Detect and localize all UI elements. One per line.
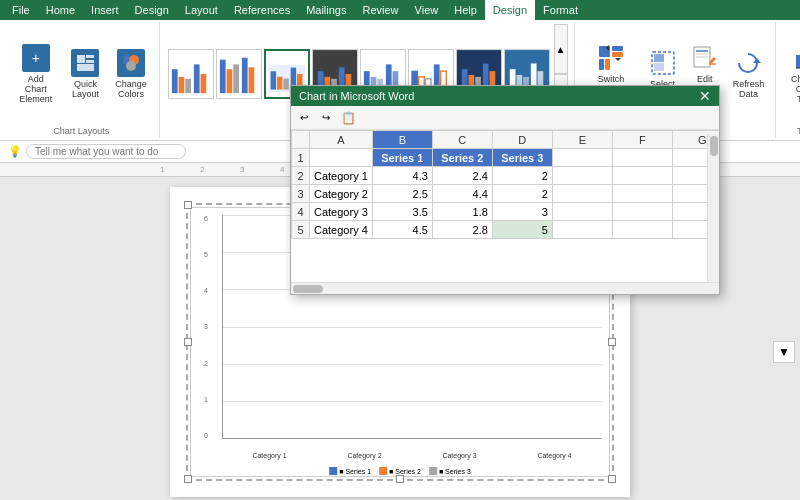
change-colors-icon (117, 49, 145, 77)
spreadsheet-grid: A B C D E F G H I 1 Series 1 Series 2 (291, 130, 719, 239)
tab-mailings[interactable]: Mailings (298, 0, 354, 20)
horizontal-scrollbar[interactable] (291, 282, 719, 294)
cell-e5[interactable] (552, 221, 612, 239)
chart-style-1[interactable] (168, 49, 214, 99)
svg-rect-8 (178, 77, 184, 93)
tab-review[interactable]: Review (355, 0, 407, 20)
cell-c5[interactable]: 2.8 (432, 221, 492, 239)
cell-c3[interactable]: 4.4 (432, 185, 492, 203)
filter-area: ▼ (773, 341, 795, 363)
tab-file[interactable]: File (4, 0, 38, 20)
column-headers-row: A B C D E F G H I (292, 131, 720, 149)
quick-layout-icon (71, 49, 99, 77)
change-colors-label: ChangeColors (115, 79, 147, 99)
svg-rect-20 (283, 79, 288, 90)
col-header-f[interactable]: F (612, 131, 672, 149)
redo-button[interactable]: ↪ (317, 109, 335, 127)
cell-e4[interactable] (552, 203, 612, 221)
cell-d5[interactable]: 5 (492, 221, 552, 239)
lightbulb-icon: 💡 (8, 145, 22, 158)
refresh-data-label: RefreshData (733, 79, 765, 99)
svg-rect-1 (86, 55, 94, 58)
tab-insert[interactable]: Insert (83, 0, 127, 20)
group-type: ChangeChart Type Type (778, 22, 800, 138)
col-header-c[interactable]: C (432, 131, 492, 149)
ruler-mark-2: 2 (200, 165, 204, 174)
cell-f5[interactable] (612, 221, 672, 239)
tab-references[interactable]: References (226, 0, 298, 20)
change-chart-type-button[interactable]: ChangeChart Type (784, 39, 800, 109)
cell-a2[interactable]: Category 1 (310, 167, 373, 185)
cell-c4[interactable]: 1.8 (432, 203, 492, 221)
cell-d4[interactable]: 3 (492, 203, 552, 221)
cell-b1[interactable]: Series 1 (372, 149, 432, 167)
tell-me-input[interactable] (26, 144, 186, 159)
popup-toolbar: ↩ ↪ 📋 (291, 106, 719, 130)
cell-a5[interactable]: Category 4 (310, 221, 373, 239)
v-scroll-thumb[interactable] (710, 136, 718, 156)
chart-styles-scroll-up[interactable]: ▲ (554, 24, 568, 74)
cell-b3[interactable]: 2.5 (372, 185, 432, 203)
spreadsheet-popup: Chart in Microsoft Word ✕ ↩ ↪ 📋 A B C D … (290, 85, 720, 295)
cell-a4[interactable]: Category 3 (310, 203, 373, 221)
tab-view[interactable]: View (407, 0, 447, 20)
undo-button[interactable]: ↩ (295, 109, 313, 127)
h-scroll-thumb[interactable] (293, 285, 323, 293)
cell-a3[interactable]: Category 2 (310, 185, 373, 203)
cell-d1[interactable]: Series 3 (492, 149, 552, 167)
col-header-b[interactable]: B (372, 131, 432, 149)
x-labels: Category 1 Category 2 Category 3 Categor… (222, 452, 602, 459)
tab-design-chart[interactable]: Design (485, 0, 535, 20)
cell-b4[interactable]: 3.5 (372, 203, 432, 221)
y-label-0: 0 (204, 432, 220, 439)
quick-layout-button[interactable]: QuickLayout (66, 44, 106, 104)
cell-f2[interactable] (612, 167, 672, 185)
cell-f4[interactable] (612, 203, 672, 221)
cell-f1[interactable] (612, 149, 672, 167)
tab-format[interactable]: Format (535, 0, 586, 20)
cell-f3[interactable] (612, 185, 672, 203)
popup-close-button[interactable]: ✕ (699, 89, 711, 103)
copy-to-clipboard-button[interactable]: 📋 (339, 109, 357, 127)
svg-rect-13 (226, 69, 232, 93)
vertical-scrollbar[interactable] (707, 134, 719, 282)
svg-rect-58 (654, 63, 664, 71)
spreadsheet-grid-container[interactable]: A B C D E F G H I 1 Series 1 Series 2 (291, 130, 719, 290)
svg-rect-12 (219, 60, 225, 93)
tab-home[interactable]: Home (38, 0, 83, 20)
svg-rect-53 (612, 52, 623, 57)
col-header-d[interactable]: D (492, 131, 552, 149)
filter-button[interactable]: ▼ (773, 341, 795, 363)
legend-series2: ■ Series 2 (379, 467, 421, 475)
tab-layout[interactable]: Layout (177, 0, 226, 20)
x-label-cat4: Category 4 (537, 452, 571, 459)
gridline-2 (223, 364, 602, 365)
chart-style-2[interactable] (216, 49, 262, 99)
cell-c2[interactable]: 2.4 (432, 167, 492, 185)
legend-series3-color (429, 467, 437, 475)
legend-series1-label: ■ Series 1 (339, 468, 371, 475)
svg-rect-0 (77, 55, 85, 63)
add-chart-element-button[interactable]: + Add ChartElement (10, 39, 62, 109)
tab-design-main[interactable]: Design (127, 0, 177, 20)
col-header-e[interactable]: E (552, 131, 612, 149)
svg-rect-10 (193, 64, 199, 93)
col-header-a[interactable]: A (310, 131, 373, 149)
row-1-header: 1 (292, 149, 310, 167)
cell-d2[interactable]: 2 (492, 167, 552, 185)
svg-rect-3 (77, 64, 94, 71)
refresh-data-button[interactable]: RefreshData (728, 44, 769, 104)
cell-e3[interactable] (552, 185, 612, 203)
cell-b5[interactable]: 4.5 (372, 221, 432, 239)
cell-a1[interactable] (310, 149, 373, 167)
cell-d3[interactable]: 2 (492, 185, 552, 203)
cell-e1[interactable] (552, 149, 612, 167)
gridline-1 (223, 401, 602, 402)
legend-series2-label: ■ Series 2 (389, 468, 421, 475)
cell-b2[interactable]: 4.3 (372, 167, 432, 185)
type-content: ChangeChart Type (784, 24, 800, 124)
cell-e2[interactable] (552, 167, 612, 185)
tab-help[interactable]: Help (446, 0, 485, 20)
change-colors-button[interactable]: ChangeColors (109, 44, 152, 104)
cell-c1[interactable]: Series 2 (432, 149, 492, 167)
